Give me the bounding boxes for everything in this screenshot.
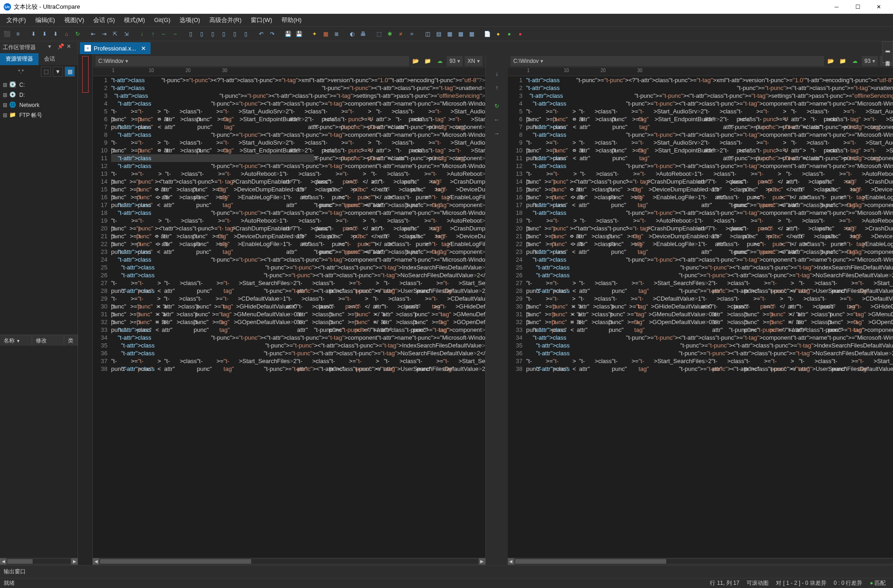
tb-grid-icon[interactable]: ▦ [320, 29, 331, 39]
tb-panel1-icon[interactable]: ▯ [185, 29, 196, 39]
minimize-button[interactable]: ─ [826, 0, 847, 14]
code-line[interactable]: 38 "t-attr">class"t-punc">="t-punc"><"t-… [508, 365, 893, 373]
tab-explorer[interactable]: 资源管理器 [0, 53, 39, 65]
maximize-button[interactable]: ☐ [847, 0, 868, 14]
tb-split2-icon[interactable]: ▤ [433, 29, 444, 39]
code-line[interactable]: 7 "t-attr">class"t-punc">="t-punc"></"t-… [93, 123, 485, 131]
left-code-hscroll[interactable]: ◀▶ [93, 558, 485, 565]
code-line[interactable]: 20 "t-attr">class"t-punc">="t-punc"><"t-… [93, 224, 485, 232]
code-line[interactable]: 30 "t-attr">class"t-punc">="t-punc"><"t-… [93, 302, 485, 310]
code-line[interactable]: 24 "t-attr">class"t-punc">="t-punc"><"t-… [508, 256, 893, 263]
code-line[interactable]: 22 "t-attr">class"t-punc">="t-punc"><"t-… [93, 240, 485, 248]
code-line[interactable]: 25 "t-attr">class"t-punc">="t-punc"><"t-… [93, 263, 485, 271]
workspace-dropdown-icon[interactable]: ▾ [48, 43, 56, 51]
code-line[interactable]: 27 "t-attr">class"t-punc">="t-punc"><"t-… [93, 279, 485, 287]
left-hscroll[interactable]: ◀▶ [0, 558, 78, 565]
tb-ue-icon[interactable]: ● [493, 29, 503, 39]
menu-file[interactable]: 文件(F) [2, 14, 31, 26]
status-scroll[interactable]: 可滚动图 [747, 579, 769, 587]
tb-panel2-icon[interactable]: ▯ [197, 29, 207, 39]
tb-undo-icon[interactable]: ↶ [256, 29, 266, 39]
code-line[interactable]: 9 "t-attr">class"t-punc">="t-punc"><"t-a… [508, 139, 893, 146]
tb-globe-icon[interactable]: ◐ [347, 29, 357, 39]
code-line[interactable]: 23 "t-attr">class"t-punc">="t-punc"></"t… [508, 248, 893, 256]
cloud-down-icon[interactable]: ☁ [850, 56, 860, 66]
tb-panel4-icon[interactable]: ▯ [219, 29, 229, 39]
code-line[interactable]: 26 "t-attr">class"t-punc">="t-punc"><"t-… [508, 271, 893, 279]
code-line[interactable]: 13 "t-attr">class"t-punc">="t-punc"><"t-… [93, 170, 485, 178]
tb-equal-icon[interactable]: = [407, 29, 417, 39]
tb-downarrow-icon[interactable]: ↓ [137, 29, 147, 39]
tb-refresh-icon[interactable]: ↻ [73, 29, 83, 39]
tb-save-icon[interactable]: 💾 [283, 29, 293, 39]
menu-view[interactable]: 视图(V) [60, 14, 89, 26]
code-line[interactable]: 17 "t-attr">class"t-punc">="t-punc"></"t… [508, 201, 893, 209]
folder-icon[interactable]: 📁 [423, 56, 433, 66]
code-line[interactable]: 23 "t-attr">class"t-punc">="t-punc"></"t… [93, 248, 485, 256]
code-line[interactable]: 32 "t-attr">class"t-punc">="t-punc"><"t-… [93, 318, 485, 326]
tb-redo-icon[interactable]: ↷ [267, 29, 277, 39]
code-line[interactable]: 31 "t-attr">class"t-punc">="t-punc"><"t-… [508, 310, 893, 318]
code-line[interactable]: 14 "t-attr">class"t-punc">="t-punc"><"t-… [93, 178, 485, 185]
menu-session[interactable]: 会话 (S) [89, 14, 119, 26]
tree-node-ftp[interactable]: ⊞📁FTP 帐号 [3, 110, 75, 120]
folder-open-icon[interactable]: 📂 [826, 56, 836, 66]
drive-tree[interactable]: ⊞💽C: ⊞💿D: ⊞🌐Network ⊞📁FTP 帐号 [0, 78, 78, 122]
tb-star-icon[interactable]: ✱ [385, 29, 395, 39]
left-fmt[interactable]: XN [465, 56, 483, 66]
code-line[interactable]: 26 "t-attr">class"t-punc">="t-punc"><"t-… [93, 271, 485, 279]
tb-down3-icon[interactable]: ⬇ [51, 29, 61, 39]
tb-red-icon[interactable]: ● [515, 29, 525, 39]
tree-node-c[interactable]: ⊞💽C: [3, 80, 75, 90]
col-name[interactable]: 名称 ▼ [0, 335, 32, 346]
code-line[interactable]: 1"t-attr">class"t-punc">="t-punc"><?"t-a… [93, 76, 485, 84]
menu-edit[interactable]: 编辑(E) [31, 14, 60, 26]
tb-uc-icon[interactable]: ● [504, 29, 514, 39]
code-line[interactable]: 29 "t-attr">class"t-punc">="t-punc"><"t-… [93, 295, 485, 302]
menu-git[interactable]: Git(G) [150, 15, 175, 25]
tb-split3-icon[interactable]: ▦ [444, 29, 455, 39]
code-line[interactable]: 4 "t-attr">class"t-punc">="t-punc"><"t-a… [93, 100, 485, 107]
sidetab-legend[interactable]: 图例和过滤器 [882, 41, 893, 51]
code-line[interactable]: 2"t-attr">class"t-punc">="t-punc"><"t-at… [508, 84, 893, 92]
code-line[interactable]: 19 "t-attr">class"t-punc">="t-punc"><"t-… [508, 217, 893, 224]
code-line[interactable]: 8 "t-attr">class"t-punc">="t-punc"><"t-a… [93, 131, 485, 139]
tb-lines-icon[interactable]: ≣ [331, 29, 342, 39]
workspace-close-icon[interactable]: ✕ [67, 43, 75, 51]
menu-mode[interactable]: 模式(M) [119, 14, 150, 26]
code-line[interactable]: 36 "t-attr">class"t-punc">="t-punc"><"t-… [508, 349, 893, 357]
cloud-down-icon[interactable]: ☁ [435, 56, 445, 66]
tb-panel3-icon[interactable]: ▯ [208, 29, 218, 39]
right-path[interactable]: C:\Windov [511, 56, 824, 66]
folder-icon[interactable]: 📁 [838, 56, 848, 66]
code-line[interactable]: 10 "t-attr">class"t-punc">="t-punc"><"t-… [93, 146, 485, 154]
tb-123-icon[interactable]: ⬛ [2, 29, 12, 39]
col-modified[interactable]: 修改 [32, 335, 64, 346]
tb-down2-icon[interactable]: ⬇ [39, 29, 50, 39]
tb-firstdiff-icon[interactable]: ⇱ [110, 29, 120, 39]
code-line[interactable]: 34 "t-attr">class"t-punc">="t-punc"><"t-… [508, 334, 893, 342]
filter-dropdown-icon[interactable]: ⬚ [41, 67, 51, 77]
code-line[interactable]: 33 "t-attr">class"t-punc">="t-punc"></"t… [508, 326, 893, 334]
code-line[interactable]: 38 "t-attr">class"t-punc">="t-punc"><"t-… [93, 365, 485, 373]
tb-down1-icon[interactable]: ⬇ [28, 29, 39, 39]
right-num[interactable]: 93 [862, 56, 878, 66]
left-num[interactable]: 93 [447, 56, 463, 66]
code-line[interactable]: 20 "t-attr">class"t-punc">="t-punc"><"t-… [508, 224, 893, 232]
code-line[interactable]: 1"t-attr">class"t-punc">="t-punc"><?"t-a… [508, 76, 893, 84]
output-panel-header[interactable]: 输出窗口 [0, 565, 893, 578]
filetab-close-icon[interactable]: ✕ [141, 45, 146, 52]
right-code[interactable]: 1"t-attr">class"t-punc">="t-punc"><?"t-a… [508, 76, 893, 558]
code-line[interactable]: 35 "t-attr">class"t-punc">="t-punc"><"t-… [93, 342, 485, 349]
tb-rightarrow-icon[interactable]: → [170, 29, 180, 39]
tb-panel6-icon[interactable]: ▯ [241, 29, 251, 39]
code-line[interactable]: 37 "t-attr">class"t-punc">="t-punc"><"t-… [93, 357, 485, 365]
code-line[interactable]: 6 "t-attr">class"t-punc">="t-punc"><"t-a… [508, 115, 893, 123]
menu-window[interactable]: 窗口(W) [246, 14, 277, 26]
tb-split4-icon[interactable]: ▦ [455, 29, 466, 39]
tb-prevdiff-icon[interactable]: ⇤ [88, 29, 98, 39]
code-line[interactable]: 14 "t-attr">class"t-punc">="t-punc"><"t-… [508, 178, 893, 185]
col-type[interactable]: 类型 [64, 335, 78, 346]
code-line[interactable]: 25 "t-attr">class"t-punc">="t-punc"><"t-… [508, 263, 893, 271]
filter-funnel-icon[interactable]: ▼ [53, 67, 63, 77]
